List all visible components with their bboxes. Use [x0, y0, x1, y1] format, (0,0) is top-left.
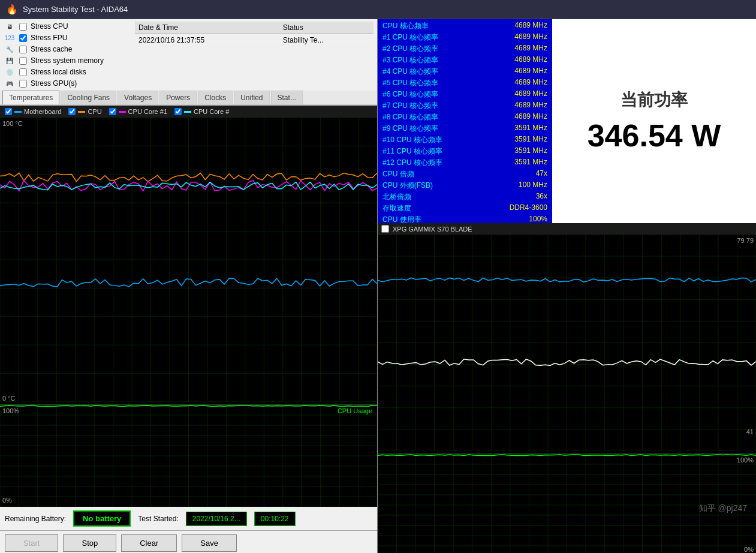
- test-started-value: 2022/10/16 2...: [186, 512, 247, 526]
- chart-area: Motherboard CPU CPU Core #1 CPU Core #: [0, 106, 377, 506]
- cpu-data-row: CPU 核心频率4689 MHz: [380, 20, 550, 32]
- cpu-row-label: #4 CPU 核心频率: [382, 67, 438, 77]
- legend-cpu-core1-label: CPU Core #1: [128, 108, 167, 115]
- legend-motherboard: Motherboard: [5, 108, 61, 115]
- cpu-row-value: 47x: [536, 169, 547, 179]
- usage-chart-title: CPU Usage: [338, 407, 372, 414]
- stress-fpu-checkbox[interactable]: [19, 34, 27, 42]
- stress-gpu-item: 🎮 Stress GPU(s): [4, 79, 132, 88]
- watermark: 知乎 @pj247: [699, 503, 747, 514]
- right-top: CPU 核心频率4689 MHz#1 CPU 核心频率4689 MHz#2 CP…: [378, 19, 756, 223]
- cpu-row-label: #10 CPU 核心频率: [382, 135, 442, 145]
- cpu-row-label: #11 CPU 核心频率: [382, 146, 442, 157]
- right-chart-checkbox[interactable]: [381, 225, 389, 233]
- stress-cpu-item: 🖥 Stress CPU: [4, 22, 132, 31]
- cpu-data-row: CPU 使用率100%: [380, 214, 550, 223]
- right-panel: CPU 核心频率4689 MHz#1 CPU 核心频率4689 MHz#2 CP…: [378, 19, 756, 553]
- stress-cache-item: 🔧 Stress cache: [4, 44, 132, 54]
- cpu-row-label: #1 CPU 核心频率: [382, 32, 438, 43]
- stress-gpu-checkbox[interactable]: [19, 80, 27, 88]
- stress-fpu-label[interactable]: Stress FPU: [31, 34, 67, 42]
- legend-cpu-label: CPU: [88, 108, 101, 115]
- cpu-row-label: #12 CPU 核心频率: [382, 158, 442, 168]
- cpu-row-value: 4689 MHz: [514, 44, 547, 54]
- right-temp-mid: 41: [746, 428, 754, 435]
- legend-motherboard-checkbox[interactable]: [5, 108, 12, 115]
- cpu-data-row: 存取速度DDR4-3600: [380, 203, 550, 214]
- temp-chart: [0, 118, 377, 402]
- cpu-row-label: 北桥倍频: [382, 192, 411, 202]
- legend-cpu-checkbox[interactable]: [68, 108, 76, 115]
- cpu-data-row: #12 CPU 核心频率3591 MHz: [380, 157, 550, 169]
- tabs-bar: Temperatures Cooling Fans Voltages Power…: [0, 91, 377, 106]
- stress-cpu-label[interactable]: Stress CPU: [31, 22, 68, 31]
- legend-cpu: CPU: [68, 108, 101, 115]
- flame-icon: 🔥: [6, 4, 18, 15]
- cpu-row-label: #7 CPU 核心频率: [382, 101, 438, 111]
- stress-cache-label[interactable]: Stress cache: [31, 45, 72, 53]
- stress-disks-label[interactable]: Stress local disks: [31, 68, 86, 76]
- cpu-row-label: #5 CPU 核心频率: [382, 78, 438, 88]
- cpu-data-row: #4 CPU 核心频率4689 MHz: [380, 66, 550, 77]
- stress-gpu-label[interactable]: Stress GPU(s): [31, 79, 77, 88]
- stop-button[interactable]: Stop: [63, 534, 116, 552]
- stress-disks-checkbox[interactable]: [19, 68, 27, 76]
- tab-cooling-fans[interactable]: Cooling Fans: [61, 91, 116, 104]
- stress-memory-label[interactable]: Stress system memory: [31, 56, 104, 65]
- power-value: 346.54 W: [588, 118, 721, 154]
- tab-powers[interactable]: Powers: [159, 91, 197, 104]
- temp-y-max: 100 °C: [2, 120, 23, 127]
- cpu-row-value: 100%: [529, 215, 547, 223]
- cpu-row-label: #9 CPU 核心频率: [382, 124, 438, 134]
- cpu-row-label: #3 CPU 核心频率: [382, 55, 438, 65]
- cpu-row-value: DDR4-3600: [510, 203, 547, 214]
- usage-y-max: 100%: [2, 407, 19, 414]
- cpu-row-value: 4689 MHz: [514, 112, 547, 122]
- cpu-data-row: #1 CPU 核心频率4689 MHz: [380, 32, 550, 43]
- legend-cpu-core2-checkbox[interactable]: [174, 108, 182, 115]
- stress-cpu-checkbox[interactable]: [19, 23, 27, 31]
- cpu-row-value: 3591 MHz: [514, 124, 547, 134]
- cpu-row-value: 3591 MHz: [514, 135, 547, 145]
- start-button[interactable]: Start: [5, 534, 58, 552]
- tab-unified[interactable]: Unified: [234, 91, 269, 104]
- stress-disks-item: 💿 Stress local disks: [4, 67, 132, 77]
- right-temp-canvas: [378, 235, 756, 451]
- stress-memory-checkbox[interactable]: [19, 57, 27, 65]
- memory-icon: 💾: [4, 56, 16, 65]
- cpu-row-value: 36x: [536, 192, 547, 202]
- usage-y-min: 0%: [2, 497, 12, 504]
- cpu-data-row: #3 CPU 核心频率4689 MHz: [380, 55, 550, 66]
- tab-clocks[interactable]: Clocks: [198, 91, 233, 104]
- cpu-data-row: #2 CPU 核心频率4689 MHz: [380, 43, 550, 55]
- tab-temperatures[interactable]: Temperatures: [2, 91, 59, 104]
- cpu-data-list: CPU 核心频率4689 MHz#1 CPU 核心频率4689 MHz#2 CP…: [378, 19, 552, 223]
- col-datetime: Date & Time: [135, 22, 279, 34]
- right-temp-chart: 79 79 41: [378, 235, 756, 453]
- buttons-bar: Start Stop Clear Save: [0, 530, 377, 553]
- usage-chart: [0, 405, 377, 507]
- legend-cpu-core2-label: CPU Core #: [194, 108, 229, 115]
- tab-stat[interactable]: Stat...: [271, 91, 303, 104]
- title-bar: 🔥 System Stability Test - AIDA64: [0, 0, 756, 19]
- cpu-row-label: #2 CPU 核心频率: [382, 44, 438, 54]
- cpu-row-label: CPU 使用率: [382, 215, 421, 223]
- cpu-row-value: 100 MHz: [519, 181, 547, 191]
- cpu-row-label: #8 CPU 核心频率: [382, 112, 438, 122]
- cpu-data-row: CPU 外频(FSB)100 MHz: [380, 180, 550, 191]
- battery-label: Remaining Battery:: [5, 515, 66, 523]
- tab-voltages[interactable]: Voltages: [118, 91, 158, 104]
- cpu-data-row: #6 CPU 核心频率4689 MHz: [380, 89, 550, 100]
- cpu-row-value: 3591 MHz: [514, 146, 547, 157]
- status-value: Stability Te...: [279, 34, 374, 47]
- temp-chart-container: 100 °C 0 °C: [0, 118, 377, 404]
- stress-fpu-item: 123 Stress FPU: [4, 33, 132, 43]
- fpu-icon: 123: [4, 33, 16, 43]
- legend-cpu-core1-checkbox[interactable]: [109, 108, 116, 115]
- cpu-row-value: 3591 MHz: [514, 158, 547, 168]
- legend-motherboard-label: Motherboard: [24, 108, 61, 115]
- save-button[interactable]: Save: [182, 534, 237, 552]
- stress-cache-checkbox[interactable]: [19, 46, 27, 53]
- clear-button[interactable]: Clear: [121, 534, 177, 552]
- status-datetime: 2022/10/16 21:37:55: [135, 34, 279, 47]
